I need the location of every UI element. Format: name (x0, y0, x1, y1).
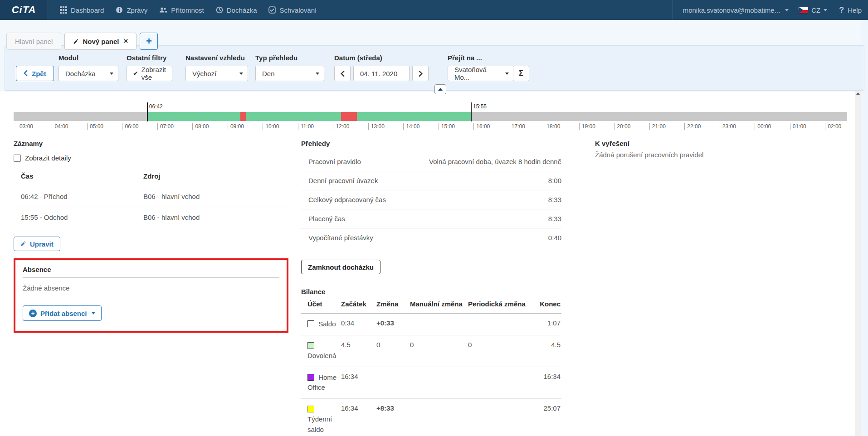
date-prev-button[interactable] (334, 66, 351, 81)
attendance-day-page: CiTA DashboardZprávyPřítomnostDocházkaSc… (0, 0, 868, 436)
date-input[interactable]: 04. 11. 2020 (353, 66, 410, 81)
overview-label: Vypočítané přestávky (308, 234, 373, 242)
balance-value: 0 (376, 335, 410, 367)
back-button[interactable]: Zpět (16, 66, 54, 81)
filter-label: Ostatní filtry (127, 54, 166, 62)
timeline-tick-label: 07:00 (157, 123, 174, 130)
caret-down-icon (110, 73, 113, 75)
nav-item-pritomnost[interactable]: Přítomnost (159, 6, 204, 14)
checkbox-label: Zobrazit detaily (25, 154, 71, 162)
sum-button[interactable]: Σ (513, 66, 529, 81)
prejit-na-select[interactable]: Svatoňová Mo... (448, 66, 514, 81)
kvyreseni-section: K vyřešení Žádná porušení pracovních pra… (595, 140, 853, 159)
checkbox-icon[interactable] (14, 155, 21, 162)
collapse-filters-button[interactable] (434, 84, 446, 94)
check-icon: ✔ (133, 70, 138, 77)
typ-prehledu-select[interactable]: Den (255, 66, 324, 81)
timeline-bar (14, 112, 847, 121)
lock-attendance-button[interactable]: Zamknout docházku (301, 260, 380, 274)
balance-column-header: Účet (301, 300, 341, 314)
timeline-segment-0 (14, 112, 147, 121)
vzhled-select[interactable]: Výchozí (185, 66, 248, 81)
overview-row: Pracovní pravidloVolná pracovní doba, úv… (301, 152, 561, 171)
timeline-tick-label: 16:00 (473, 123, 490, 130)
check-icon (268, 6, 276, 14)
table-row: Home Office16:3416:34 (301, 367, 561, 398)
date-value: 04. 11. 2020 (360, 70, 397, 78)
show-details-checkbox[interactable]: Zobrazit detaily (14, 154, 288, 162)
timeline-tick-label: 21:00 (649, 123, 666, 130)
tab-hlavni-panel[interactable]: Hlavní panel (6, 33, 61, 50)
nav-item-label: Přítomnost (171, 6, 204, 14)
close-icon[interactable]: × (123, 37, 128, 46)
absence-title: Absence (23, 266, 279, 278)
table-row: Saldo0:34+0:331:07 (301, 314, 561, 335)
overview-value: Volná pracovní doba, úvazek 8 hodin denn… (429, 158, 561, 165)
account-cell: Home Office (301, 367, 341, 398)
timeline-tick-label: 04:00 (52, 123, 68, 130)
tab-novy-panel[interactable]: Nový panel × (64, 33, 137, 50)
add-panel-button[interactable]: + (140, 33, 158, 50)
tab-label: Hlavní panel (15, 38, 53, 45)
overview-label: Celkový odpracovaný čas (308, 196, 386, 203)
balance-column-header: Konec (532, 300, 561, 314)
app-logo[interactable]: CiTA (0, 0, 48, 20)
filter-label: Přejít na ... (448, 54, 482, 62)
plus-circle-icon: + (29, 310, 37, 317)
timeline-tick-label: 12:00 (333, 123, 349, 130)
balance-value (410, 398, 468, 436)
balance-value (468, 314, 532, 335)
pencil-icon (20, 240, 30, 248)
user-menu[interactable]: monika.svatonova@mobatime... (683, 6, 780, 14)
chevron-down-icon[interactable] (785, 9, 789, 11)
question-mark-icon[interactable]: ? (839, 5, 844, 15)
date-next-button[interactable] (412, 66, 429, 81)
timeline-tick-label: 06:00 (122, 123, 138, 130)
overview-value: 8:00 (548, 177, 561, 184)
column-header-cas: Čas (14, 172, 136, 186)
timeline-tick-label: 02:00 (825, 123, 841, 130)
timeline-tick-label: 18:00 (544, 123, 560, 130)
chevron-down-icon[interactable] (824, 9, 827, 11)
language-selector[interactable]: CZ (811, 6, 820, 14)
balance-value: 16:34 (532, 367, 561, 398)
nav-item-dashboard[interactable]: Dashboard (60, 6, 104, 14)
modul-value: Docházka (65, 70, 96, 78)
timeline-tick-label: 10:00 (263, 123, 279, 130)
clock-icon (216, 6, 223, 14)
help-link[interactable]: Help (848, 6, 862, 14)
vertical-scrollbar[interactable] (855, 91, 861, 436)
chevron-up-icon (438, 88, 443, 91)
timeline-tick-label: 22:00 (684, 123, 701, 130)
edit-button[interactable]: Upravit (14, 237, 60, 251)
section-title: Záznamy (14, 140, 288, 147)
balance-value: 0:34 (341, 314, 376, 335)
table-row: 15:55 - OdchodB06 - hlavní vchod (14, 207, 288, 228)
main-menu: DashboardZprávyPřítomnostDocházkaSchvalo… (48, 6, 317, 14)
absence-highlighted-box: Absence Žádné absence + Přidat absenci (14, 258, 288, 333)
nav-item-schvalovani[interactable]: Schvalování (268, 6, 317, 14)
marker-line (471, 102, 472, 121)
no-violations-text: Žádná porušení pracovních pravidel (595, 151, 853, 159)
table-row: Dovolená4.50004.5 (301, 335, 561, 367)
add-absence-button[interactable]: + Přidat absenci (23, 305, 102, 321)
overview-value: 8:33 (548, 215, 561, 223)
zobrazit-vse-button[interactable]: ✔ Zobrazit vše (127, 66, 172, 81)
overview-label: Denní pracovní úvazek (308, 177, 378, 184)
nav-item-dochazka[interactable]: Docházka (216, 6, 257, 14)
balance-column-header: Manuální změna (410, 300, 468, 314)
info-icon (116, 6, 123, 14)
timeline-tick-label: 09:00 (228, 123, 244, 130)
account-color-swatch (307, 374, 314, 381)
modul-select[interactable]: Docházka (59, 66, 118, 81)
timeline-tick-label: 08:00 (192, 123, 209, 130)
scroll-up-arrow[interactable] (855, 92, 861, 95)
account-color-swatch (307, 406, 314, 412)
nav-item-zpravy[interactable]: Zprávy (116, 6, 147, 14)
account-cell: Saldo (301, 314, 341, 335)
overview-row: Celkový odpracovaný čas8:33 (301, 190, 561, 209)
caret-down-icon (92, 312, 95, 315)
timeline-tick-label: 05:00 (87, 123, 103, 130)
back-button-label: Zpět (32, 70, 46, 78)
balance-value (468, 398, 532, 436)
